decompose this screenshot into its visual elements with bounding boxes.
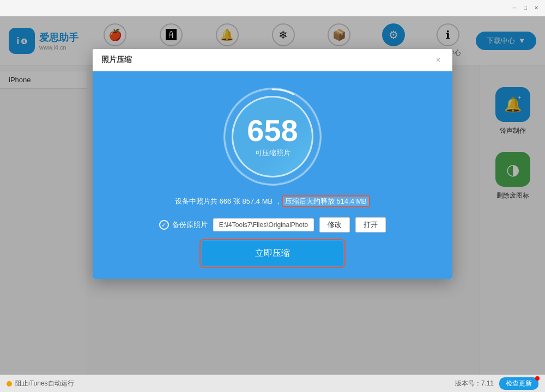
info-text: 设备中照片共 666 张 857.4 MB <box>175 197 272 205</box>
version-label: 版本号：7.11 <box>455 379 494 388</box>
compress-count-label: 可压缩照片 <box>255 148 290 158</box>
status-left: 阻止iTunes自动运行 <box>7 379 74 388</box>
compress-button[interactable]: 立即压缩 <box>202 241 343 266</box>
modal-close-button[interactable]: × <box>433 54 444 65</box>
update-notification-dot <box>535 376 540 381</box>
progress-circle-inner: 658 可压缩照片 <box>232 96 313 177</box>
modal-body: 658 可压缩照片 设备中照片共 666 张 857.4 MB ，压缩后大约释放… <box>93 71 452 279</box>
stop-itunes-label: 阻止iTunes自动运行 <box>15 379 74 388</box>
modal-overlay: 照片压缩 × 658 可压缩照片 设备中照片 <box>0 16 545 375</box>
modify-button[interactable]: 修改 <box>319 217 350 232</box>
maximize-button[interactable]: □ <box>521 4 530 13</box>
info-highlight: 压缩后大约释放 514.4 MB <box>282 195 370 207</box>
open-button[interactable]: 打开 <box>355 217 386 232</box>
backup-path: E:\i4Tools7\Files\OriginalPhoto <box>213 218 314 231</box>
backup-row: ✓ 备份原照片 E:\i4Tools7\Files\OriginalPhoto … <box>114 217 431 232</box>
compress-count: 658 <box>247 115 298 146</box>
info-line: 设备中照片共 666 张 857.4 MB ，压缩后大约释放 514.4 MB <box>114 197 431 206</box>
close-button[interactable]: ✕ <box>532 4 541 13</box>
backup-check: ✓ 备份原照片 <box>159 220 208 230</box>
modal-title: 照片压缩 <box>101 55 132 65</box>
status-bar: 阻止iTunes自动运行 版本号：7.11 检查更新 <box>0 375 545 392</box>
circle-container: 658 可压缩照片 <box>114 88 431 186</box>
photo-compress-modal: 照片压缩 × 658 可压缩照片 设备中照片 <box>93 49 452 279</box>
check-update-button[interactable]: 检查更新 <box>499 377 538 390</box>
status-right: 版本号：7.11 检查更新 <box>455 377 538 390</box>
compress-btn-wrap: 立即压缩 <box>114 241 431 266</box>
check-icon: ✓ <box>159 220 169 230</box>
minimize-button[interactable]: ─ <box>510 4 519 13</box>
title-bar: ─ □ ✕ <box>0 0 545 16</box>
backup-label: 备份原照片 <box>172 220 208 230</box>
modal-header: 照片压缩 × <box>93 49 452 71</box>
progress-circle-outer: 658 可压缩照片 <box>223 88 322 186</box>
status-indicator <box>7 381 12 387</box>
